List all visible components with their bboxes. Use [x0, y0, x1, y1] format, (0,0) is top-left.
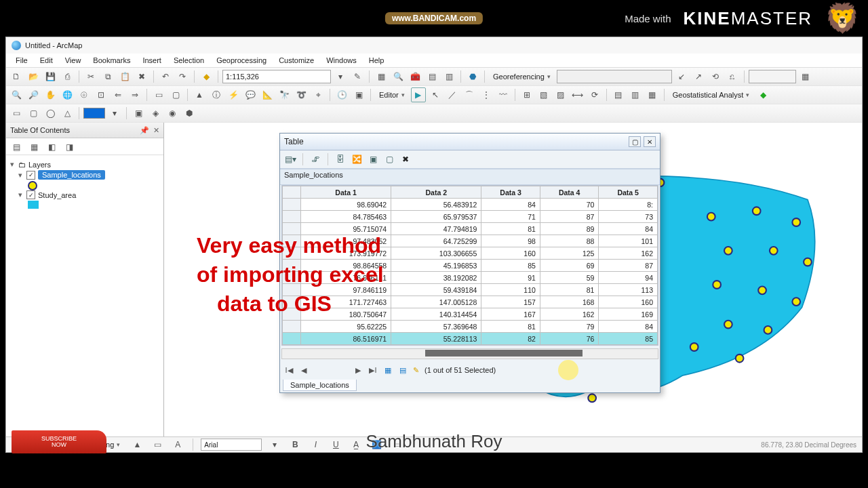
table-cell[interactable]: 47.794819 [391, 223, 481, 235]
full-extent-icon[interactable]: 🌐 [60, 87, 75, 102]
table-cell[interactable]: 59.439184 [391, 284, 481, 296]
table-row[interactable]: 84.78546365.979537718773 [283, 211, 658, 223]
menu-bookmarks[interactable]: Bookmarks [87, 56, 136, 64]
cutpoly-icon[interactable]: ▨ [553, 87, 568, 102]
createfeat-icon[interactable]: ▦ [645, 87, 660, 102]
table-row[interactable]: 98.6904256.48391284708: [283, 199, 658, 211]
draw-b-icon[interactable]: ▢ [26, 106, 41, 121]
table-cell[interactable]: 70 [540, 199, 599, 211]
col-data1[interactable]: Data 1 [301, 186, 391, 199]
toc-list-by-source-icon[interactable]: ▦ [26, 140, 41, 155]
text-color-icon[interactable]: A̲ [349, 437, 363, 452]
table-cell[interactable]: 79 [540, 321, 599, 333]
table-cell[interactable]: 98.69042 [301, 199, 391, 211]
georeferencing-dropdown[interactable]: Georeferencing [489, 73, 555, 81]
col-data2[interactable]: Data 2 [391, 186, 481, 199]
georef-rotate-icon[interactable]: ⟲ [708, 69, 723, 84]
georef-tool2-icon[interactable]: ↗ [691, 69, 706, 84]
table-cell[interactable]: 84 [599, 223, 658, 235]
catalog-icon[interactable]: ▦ [374, 69, 389, 84]
paste-icon[interactable]: 📋 [117, 69, 132, 84]
html-popup-icon[interactable]: 💬 [243, 87, 258, 102]
draw-text-icon[interactable]: A [170, 437, 185, 452]
table-cell[interactable]: 81 [481, 223, 540, 235]
draw-c-icon[interactable]: ◯ [43, 106, 58, 121]
next-extent-icon[interactable]: ⇒ [127, 87, 142, 102]
measure-icon[interactable]: 📐 [260, 87, 275, 102]
table-cell[interactable]: 101 [599, 235, 658, 247]
tool-a-icon[interactable]: ✎ [350, 69, 365, 84]
reshape-icon[interactable]: ▧ [536, 87, 551, 102]
menu-selection[interactable]: Selection [168, 56, 210, 64]
table-cell[interactable]: 125 [540, 247, 599, 260]
geostat-wizard-icon[interactable]: ◆ [755, 87, 770, 102]
table-cell[interactable]: 73 [599, 211, 658, 223]
table-cell[interactable]: 103.306655 [391, 247, 481, 260]
table-cell[interactable]: 56.483912 [391, 199, 481, 211]
table-cell[interactable]: 81 [481, 321, 540, 333]
menu-insert[interactable]: Insert [137, 56, 167, 64]
table-cell[interactable]: 89 [540, 223, 599, 235]
cut-icon[interactable]: ✂ [83, 69, 98, 84]
table-tab[interactable]: Sample_locations [283, 380, 357, 391]
table-cell[interactable]: 140.314454 [391, 308, 481, 321]
redo-icon[interactable]: ↷ [175, 69, 190, 84]
edit-tool-icon[interactable]: ↖ [428, 87, 443, 102]
col-data5[interactable]: Data 5 [599, 186, 658, 199]
search-icon[interactable]: 🔍 [391, 69, 406, 84]
menu-file[interactable]: File [10, 56, 33, 64]
draw-h-icon[interactable]: ⬢ [182, 106, 197, 121]
split-icon[interactable]: ⟷ [570, 87, 585, 102]
edit-line-icon[interactable]: ／ [445, 87, 460, 102]
pan-icon[interactable]: ✋ [43, 87, 58, 102]
save-icon[interactable]: 💾 [43, 69, 58, 84]
draw-d-icon[interactable]: △ [60, 106, 75, 121]
table-switch-sel-icon[interactable]: 🔀 [351, 153, 363, 165]
hyperlink-icon[interactable]: ⚡ [226, 87, 241, 102]
python-icon[interactable]: ▤ [425, 69, 439, 84]
findroute-icon[interactable]: ➰ [294, 87, 309, 102]
col-data4[interactable]: Data 4 [540, 186, 599, 199]
table-cell[interactable]: 169 [599, 308, 658, 321]
open-icon[interactable]: 📂 [26, 69, 41, 84]
menu-view[interactable]: View [60, 56, 87, 64]
fixed-zoom-in-icon[interactable]: ⦾ [77, 87, 92, 102]
table-cell[interactable]: 85 [599, 333, 658, 345]
table-cell[interactable]: 88 [540, 235, 599, 247]
toc-list-by-sel-icon[interactable]: ◨ [62, 140, 77, 155]
layer1-checkbox[interactable]: ✓ [26, 171, 35, 180]
table-clear-sel-icon[interactable]: ▢ [383, 153, 395, 165]
table-cell[interactable]: 87 [540, 211, 599, 223]
table-restore-icon[interactable]: ▢ [629, 136, 641, 147]
edit-arc-icon[interactable]: ⌒ [462, 87, 477, 102]
table-cell[interactable]: 86.516971 [301, 333, 391, 345]
table-cell[interactable]: 87 [599, 260, 658, 272]
draw-rect-icon[interactable]: ▭ [150, 437, 165, 452]
table-cell[interactable]: 84 [481, 199, 540, 211]
window-icon[interactable]: ▥ [441, 69, 456, 84]
table-cell[interactable]: 76 [540, 333, 599, 345]
toc-close-icon[interactable]: ✕ [153, 126, 159, 135]
bold-icon[interactable]: B [288, 437, 302, 452]
attributes-icon[interactable]: ▤ [611, 87, 626, 102]
table-cell[interactable]: 84.785463 [301, 211, 391, 223]
table-cell[interactable]: 84 [599, 321, 658, 333]
layer1-symbol-icon[interactable] [28, 181, 37, 190]
table-cell[interactable]: 57.369648 [391, 321, 481, 333]
table-delete-sel-icon[interactable]: ✖ [399, 153, 412, 165]
table-cell[interactable]: 71 [481, 211, 540, 223]
layer2-checkbox[interactable]: ✓ [26, 190, 35, 199]
geostat-dropdown[interactable]: Geostatistical Analyst [669, 91, 754, 99]
table-zoom-sel-icon[interactable]: ▣ [367, 153, 379, 165]
table-cell[interactable]: 162 [599, 247, 658, 260]
layer2-symbol-icon[interactable] [28, 201, 39, 209]
georef-tool1-icon[interactable]: ↙ [674, 69, 689, 84]
editor-start-icon[interactable]: ▶ [411, 87, 426, 102]
pointer-icon[interactable]: ▲ [192, 87, 207, 102]
table-menu-icon[interactable]: ▤▾ [284, 153, 296, 165]
table-cell[interactable]: 91 [481, 272, 540, 284]
undo-icon[interactable]: ↶ [158, 69, 173, 84]
sketch-icon[interactable]: ▥ [628, 87, 643, 102]
goto-xy-icon[interactable]: ⌖ [311, 87, 326, 102]
toc-layer-study[interactable]: Study_area [38, 191, 76, 199]
